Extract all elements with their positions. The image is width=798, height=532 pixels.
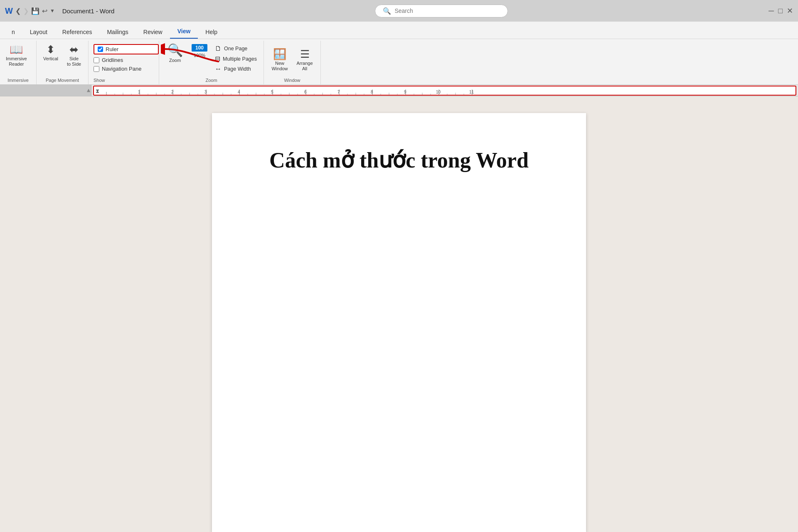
- page-movement-label: Page Movement: [40, 78, 85, 84]
- tab-n[interactable]: n: [4, 25, 22, 39]
- show-group-label: Show: [94, 78, 159, 84]
- navigation-pane-container: Navigation Pane: [94, 66, 159, 72]
- search-box[interactable]: 🔍: [375, 5, 508, 17]
- zoom-group-label: Zoom: [164, 78, 259, 84]
- one-page-label: One Page: [224, 46, 247, 52]
- window-group-label: Window: [269, 78, 315, 84]
- show-checkboxes: Ruler Gridlines Navigation: [94, 42, 159, 78]
- svg-text:10: 10: [436, 90, 441, 94]
- close-icon[interactable]: ✕: [787, 6, 793, 15]
- title-bar-controls[interactable]: W ❮ ❯ 💾 ↩ ▼: [5, 6, 55, 16]
- document-heading: Cách mở thước trong Word: [269, 146, 529, 175]
- ruler-ticks-container: 1 2 3 4 5 6 7 8 9: [106, 86, 796, 95]
- svg-text:9: 9: [404, 90, 406, 94]
- document-page: Cách mở thước trong Word: [212, 113, 586, 532]
- arrange-all-icon: ☰: [300, 49, 310, 59]
- page-movement-content: ⬍ Vertical ⬌ Sideto Side: [40, 42, 85, 78]
- show-group: Ruler Gridlines Navigation: [89, 41, 159, 84]
- arrange-all-label: ArrangeAll: [296, 61, 313, 71]
- new-window-btn[interactable]: 🪟 NewWindow: [269, 42, 291, 78]
- svg-text:2: 2: [171, 90, 174, 94]
- arrange-all-btn[interactable]: ☰ ArrangeAll: [294, 42, 315, 78]
- ruler-checkbox[interactable]: [98, 47, 103, 52]
- immersive-reader-btn[interactable]: 📖 ImmersiveReader: [3, 42, 30, 69]
- tab-mailings[interactable]: Mailings: [99, 25, 135, 39]
- document-area: Cách mở thước trong Word: [0, 96, 798, 532]
- word-icon: W: [5, 6, 13, 16]
- ruler-left-margin: [0, 85, 91, 96]
- side-to-side-label: Sideto Side: [67, 56, 81, 67]
- ruler-scale: 1 2 3 4 5 6 7 8 9: [106, 86, 796, 95]
- page-movement-group: ⬍ Vertical ⬌ Sideto Side Page Movement: [37, 41, 89, 84]
- ruler-checkbox-container: Ruler: [94, 44, 159, 54]
- minimize-icon[interactable]: ─: [768, 7, 774, 15]
- svg-text:3: 3: [204, 90, 207, 94]
- immersive-group: 📖 ImmersiveReader Immersive: [3, 41, 37, 84]
- margin-indicator: [87, 89, 90, 92]
- page-width-label: Page Width: [224, 66, 251, 72]
- svg-text:8: 8: [371, 90, 373, 94]
- svg-text:11: 11: [469, 90, 474, 94]
- ribbon: 📖 ImmersiveReader Immersive ⬍ Vertical ⬌…: [0, 39, 798, 85]
- side-to-side-btn[interactable]: ⬌ Sideto Side: [63, 42, 85, 69]
- arrow-indicator: [161, 37, 227, 70]
- svg-text:6: 6: [304, 90, 307, 94]
- vertical-btn[interactable]: ⬍ Vertical: [40, 42, 62, 63]
- new-window-label: NewWindow: [271, 61, 288, 71]
- tab-references[interactable]: References: [55, 25, 100, 39]
- svg-text:5: 5: [271, 90, 273, 94]
- forward-icon[interactable]: ❯: [23, 7, 29, 15]
- new-window-icon: 🪟: [273, 49, 286, 59]
- search-input[interactable]: [394, 7, 498, 14]
- gridlines-checkbox[interactable]: [94, 57, 99, 63]
- immersive-group-label: Immersive: [3, 78, 33, 84]
- window-content: 🪟 NewWindow ☰ ArrangeAll: [269, 42, 315, 78]
- svg-text:4: 4: [238, 90, 240, 94]
- undo-icon[interactable]: ↩: [42, 7, 47, 15]
- maximize-icon[interactable]: □: [778, 7, 783, 15]
- title-bar: W ❮ ❯ 💾 ↩ ▼ Document1 - Word 🔍 ─ □ ✕: [0, 0, 798, 22]
- ribbon-tabs: n Layout References Mailings Review View…: [0, 22, 798, 39]
- search-icon: 🔍: [383, 7, 391, 15]
- gridlines-checkbox-container: Gridlines: [94, 57, 159, 63]
- immersive-reader-label: ImmersiveReader: [6, 56, 27, 67]
- multiple-pages-label: Multiple Pages: [223, 56, 257, 62]
- vertical-icon: ⬍: [46, 44, 55, 55]
- gridlines-label[interactable]: Gridlines: [102, 57, 123, 63]
- document-title: Document1 - Word: [62, 7, 115, 15]
- back-icon[interactable]: ❮: [15, 7, 21, 15]
- svg-text:7: 7: [337, 90, 340, 94]
- navigation-pane-checkbox[interactable]: [94, 66, 99, 72]
- side-to-side-icon: ⬌: [69, 44, 79, 55]
- save-icon[interactable]: 💾: [31, 7, 39, 15]
- ruler-svg: 1 2 3 4 5 6 7 8 9: [106, 86, 796, 95]
- dropdown-icon[interactable]: ▼: [50, 8, 55, 14]
- ruler-track-highlighted: ⧗ 1 2 3 4 5: [93, 86, 796, 96]
- tab-layout[interactable]: Layout: [22, 25, 55, 39]
- window-group: 🪟 NewWindow ☰ ArrangeAll Window: [264, 41, 321, 84]
- immersive-reader-icon: 📖: [10, 44, 23, 55]
- vertical-label: Vertical: [43, 56, 58, 62]
- ruler-label[interactable]: Ruler: [106, 46, 118, 52]
- ruler-area: ⧗ 1 2 3 4 5: [0, 85, 798, 96]
- svg-text:1: 1: [138, 90, 140, 94]
- navigation-pane-label[interactable]: Navigation Pane: [102, 66, 141, 72]
- ruler-tab-stop[interactable]: ⧗: [96, 88, 99, 93]
